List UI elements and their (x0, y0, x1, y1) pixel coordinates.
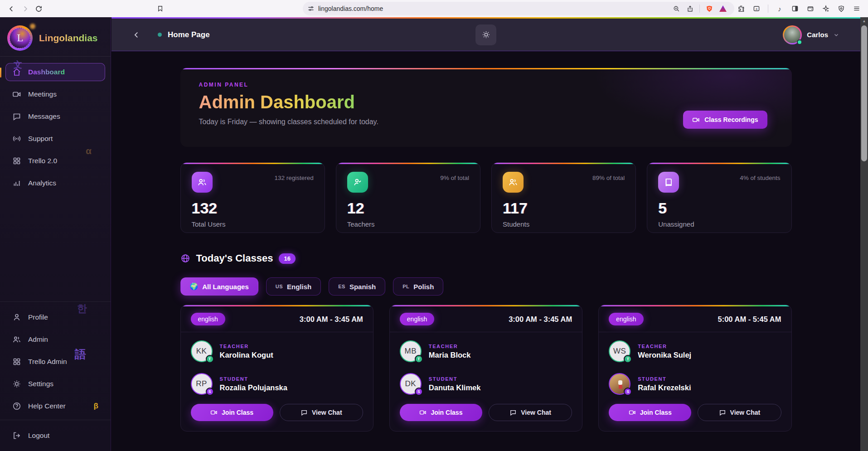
view-chat-label: View Chat (521, 409, 551, 416)
share-icon[interactable] (683, 2, 697, 15)
brave-shield-icon[interactable] (703, 2, 716, 15)
hero-title: Admin Dashboard (199, 92, 355, 112)
sidebar-item-logout[interactable]: Logout (5, 427, 105, 445)
page-title: Home Page (168, 30, 210, 39)
todays-classes-title: Today's Classes (196, 252, 273, 264)
wallet-icon[interactable] (804, 2, 817, 15)
filter-prefix: PL (402, 284, 409, 289)
view-chat-label: View Chat (312, 409, 342, 416)
join-class-button[interactable]: Join Class (191, 404, 273, 421)
stats-row: 132 registered 132 Total Users 9% of tot… (180, 162, 792, 233)
sidebar-item-trello-admin[interactable]: 語 Trello Admin (5, 353, 105, 371)
back-button[interactable] (132, 31, 141, 39)
sidebar-item-profile[interactable]: Profile (5, 308, 105, 326)
sidebar-item-trello[interactable]: Trello 2.0 (5, 152, 105, 170)
sidebar-item-label: Admin (28, 335, 48, 344)
card-icon[interactable]: a (750, 2, 763, 15)
join-class-label: Join Class (640, 409, 672, 416)
bookmark-icon[interactable] (153, 2, 167, 15)
chevron-down-icon (833, 32, 839, 38)
url-text[interactable]: lingolandias.com/home (318, 5, 669, 12)
url-bar[interactable]: lingolandias.com/home (303, 2, 734, 15)
student-role-label: STUDENT (638, 376, 691, 382)
sidebar-item-messages[interactable]: Messages (5, 107, 105, 126)
view-chat-button[interactable]: View Chat (280, 404, 363, 421)
menu-hamburger-icon[interactable] (850, 2, 863, 15)
logo-letter: L (10, 28, 30, 48)
online-status-dot (797, 39, 802, 45)
filter-label: Polish (413, 283, 434, 291)
people-icon (12, 335, 21, 344)
chat-icon (719, 409, 726, 416)
browser-back-button[interactable] (5, 2, 18, 15)
teacher-badge: T (624, 355, 632, 363)
ai-sparkles-icon[interactable] (819, 2, 833, 15)
divider (699, 5, 700, 13)
stat-value: 117 (503, 199, 625, 217)
teacher-role-label: TEACHER (220, 344, 273, 349)
video-icon (692, 116, 700, 124)
filter-prefix: US (276, 284, 283, 289)
svg-text:a: a (756, 7, 757, 10)
browser-forward-button[interactable] (18, 2, 32, 15)
filter-polish[interactable]: PL Polish (393, 277, 443, 296)
divider (0, 301, 111, 302)
join-class-button[interactable]: Join Class (609, 404, 691, 421)
stat-note: 89% of total (592, 175, 625, 181)
extension-triangle-icon[interactable] (716, 2, 730, 15)
globe-emoji-icon: 🌍 (190, 282, 199, 291)
decor-kanji-glyph: 語 (75, 347, 86, 362)
divider (768, 5, 768, 13)
stat-card-students: 89% of total 117 Students (491, 162, 636, 233)
sidebar: L Lingolandias 文 Dashboard Meetings Mess… (0, 17, 111, 451)
class-recordings-button[interactable]: Class Recordings (683, 111, 767, 129)
class-card: english 3:00 AM - 3:45 AM KK T (180, 305, 373, 432)
class-recordings-label: Class Recordings (704, 116, 758, 123)
filter-english[interactable]: US English (266, 277, 321, 296)
chat-icon (509, 409, 517, 416)
language-filters: 🌍 All Languages US English ES Spanish PL… (180, 277, 792, 296)
teacher-row: MB T TEACHER Maria Block (400, 340, 572, 362)
browser-reload-button[interactable] (32, 2, 45, 15)
student-row: S STUDENT Rafal Krezelski (609, 373, 781, 395)
hero-eyebrow: ADMIN PANEL (199, 82, 792, 88)
user-menu[interactable]: Carlos (783, 25, 839, 44)
side-panel-icon[interactable] (788, 2, 802, 15)
scrollbar-up-arrow[interactable]: ▲ (860, 17, 868, 24)
video-icon (419, 409, 427, 416)
page-scrollbar[interactable]: ▲ (860, 17, 868, 451)
brand[interactable]: L Lingolandias (0, 24, 111, 52)
logout-icon (12, 431, 21, 440)
sidebar-item-analytics[interactable]: Analytics (5, 174, 105, 192)
scrollbar-thumb[interactable] (861, 25, 867, 161)
web-page: L Lingolandias 文 Dashboard Meetings Mess… (0, 17, 868, 451)
teacher-name: Karolina Kogut (220, 351, 273, 359)
site-settings-icon[interactable] (307, 5, 315, 12)
teacher-role-label: TEACHER (429, 344, 471, 349)
view-chat-button[interactable]: View Chat (698, 404, 781, 421)
theme-toggle-button[interactable] (475, 24, 496, 45)
student-name: Rafal Krezelski (638, 383, 691, 392)
stat-label: Unassigned (658, 220, 780, 228)
rewards-shield-icon[interactable] (834, 2, 848, 15)
filter-all-languages[interactable]: 🌍 All Languages (180, 277, 258, 296)
extensions-puzzle-icon[interactable] (734, 2, 748, 15)
filter-label: Spanish (349, 283, 376, 291)
join-class-button[interactable]: Join Class (400, 404, 482, 421)
users-icon (192, 172, 213, 193)
filter-spanish[interactable]: ES Spanish (329, 277, 385, 296)
sidebar-item-settings[interactable]: Settings (5, 375, 105, 393)
sidebar-item-help-center[interactable]: Help Center β (5, 397, 105, 415)
sidebar-item-meetings[interactable]: Meetings (5, 85, 105, 103)
avatar (783, 25, 802, 44)
filter-prefix: ES (338, 284, 345, 289)
class-card: english 3:00 AM - 3:45 AM MB T (389, 305, 582, 432)
sidebar-item-admin[interactable]: Admin (5, 330, 105, 349)
view-chat-button[interactable]: View Chat (489, 404, 572, 421)
media-music-icon[interactable]: ♪ (773, 2, 786, 15)
zoom-page-icon[interactable] (669, 2, 683, 15)
class-count-badge: 16 (279, 253, 295, 264)
sidebar-item-support[interactable]: Support (5, 130, 105, 148)
grid-icon (12, 357, 21, 366)
sidebar-item-dashboard[interactable]: Dashboard (5, 63, 105, 81)
